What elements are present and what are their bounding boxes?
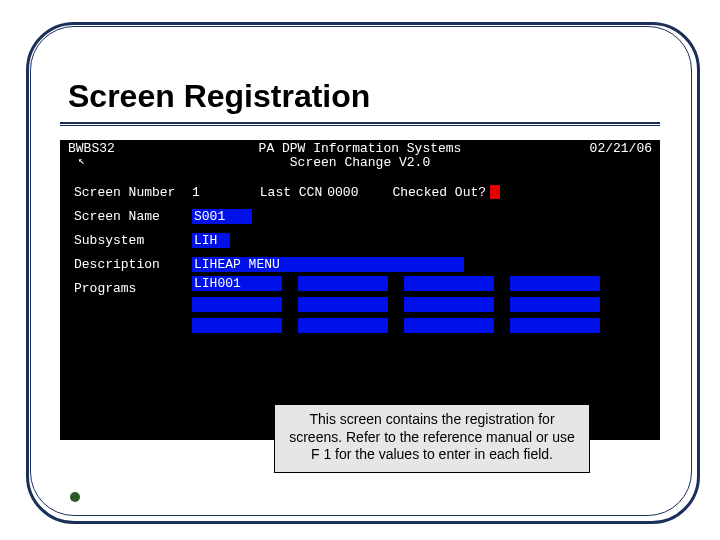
field-program-9[interactable] [298, 318, 388, 333]
header-subtitle: Screen Change V2.0 [60, 155, 660, 170]
field-program-11[interactable] [510, 318, 600, 333]
field-program-5[interactable] [298, 297, 388, 312]
field-description[interactable]: LIHEAP MENU [192, 257, 464, 272]
field-program-3[interactable] [510, 276, 600, 291]
field-subsystem[interactable]: LIH [192, 233, 230, 248]
slide-bullet-icon [70, 492, 80, 502]
label-screen-number: Screen Number [74, 185, 192, 200]
field-program-6[interactable] [404, 297, 494, 312]
field-program-4[interactable] [192, 297, 282, 312]
field-program-1[interactable] [298, 276, 388, 291]
field-program-7[interactable] [510, 297, 600, 312]
field-screen-name[interactable]: S001 [192, 209, 252, 224]
label-subsystem: Subsystem [74, 233, 192, 248]
label-description: Description [74, 257, 192, 272]
slide-title: Screen Registration [68, 78, 370, 115]
value-screen-number: 1 [192, 185, 200, 200]
label-screen-name: Screen Name [74, 209, 192, 224]
field-program-8[interactable] [192, 318, 282, 333]
label-checked-out: Checked Out? [392, 185, 486, 200]
field-program-2[interactable] [404, 276, 494, 291]
field-program-10[interactable] [404, 318, 494, 333]
terminal-header: BWBS32 PA DPW Information Systems 02/21/… [60, 140, 660, 174]
help-callout: This screen contains the registration fo… [274, 404, 590, 473]
title-underline [60, 122, 660, 126]
programs-grid: LIH001 [192, 276, 642, 333]
label-programs: Programs [74, 281, 192, 296]
terminal-screen: BWBS32 PA DPW Information Systems 02/21/… [60, 140, 660, 440]
cursor-arrow-icon: ↖ [78, 154, 85, 167]
header-title: PA DPW Information Systems [60, 141, 660, 156]
label-last-ccn: Last CCN [260, 185, 322, 200]
header-date: 02/21/06 [590, 141, 652, 156]
checked-out-cursor[interactable] [490, 185, 500, 199]
field-program-0[interactable]: LIH001 [192, 276, 282, 291]
value-last-ccn: 0000 [327, 185, 358, 200]
